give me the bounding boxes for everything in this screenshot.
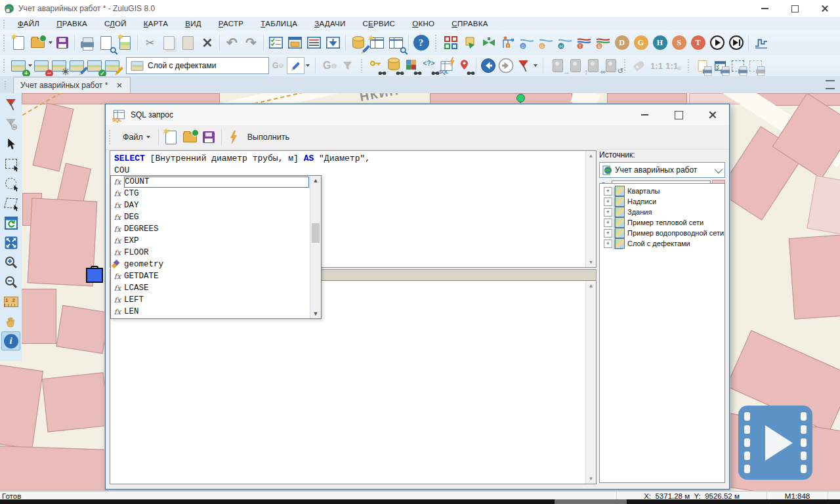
autocomplete-item[interactable]: fxCTG xyxy=(111,188,321,200)
expand-icon[interactable]: + xyxy=(604,229,612,238)
select-rectangle-tool[interactable] xyxy=(1,154,20,173)
print-map-button[interactable] xyxy=(694,57,711,74)
dialog-file-menu[interactable]: Файл xyxy=(117,130,156,144)
dialog-save-button[interactable] xyxy=(200,128,219,147)
autocomplete-item[interactable]: fxLEFT xyxy=(111,294,321,306)
select-ellipse-tool[interactable] xyxy=(1,174,20,193)
editor-scrollbar[interactable]: ▲▼ xyxy=(585,151,596,267)
menu-raster[interactable]: РАСТР xyxy=(210,18,252,29)
autocomplete-item[interactable]: fxLEN xyxy=(111,306,321,318)
source-combo[interactable]: Учет аварийных работ xyxy=(599,162,725,178)
tree-item[interactable]: +Пример водопроводной сети xyxy=(600,228,724,238)
find-by-key-button[interactable] xyxy=(367,57,385,74)
valve-tool-button[interactable] xyxy=(479,33,498,52)
flag-dropdown[interactable] xyxy=(534,64,537,67)
project-panel-button[interactable] xyxy=(285,33,304,52)
remove-flag-tool[interactable] xyxy=(1,115,20,134)
find-in-database-button[interactable] xyxy=(385,57,402,74)
results-scrollbar[interactable]: ▲▼ xyxy=(585,281,596,484)
task-list-button[interactable] xyxy=(266,33,285,52)
piezo-chart-t-button[interactable]: T xyxy=(574,33,593,52)
measure-ruler-tool[interactable]: 1 2 xyxy=(1,292,20,311)
autocomplete-item[interactable]: fxDEGREES xyxy=(111,223,321,235)
add-layer-button[interactable]: + xyxy=(9,57,27,74)
map-canvas[interactable]: НКИН xyxy=(0,93,840,491)
autocomplete-item[interactable]: fxLCASE xyxy=(111,282,321,294)
tree-item[interactable]: +Пример тепловой сети xyxy=(600,217,724,228)
autocomplete-item[interactable]: fxFLOOR xyxy=(111,247,321,259)
card-up-button[interactable]: ↑ xyxy=(566,57,584,74)
print-preview-button[interactable] xyxy=(96,33,116,52)
expand-icon[interactable]: + xyxy=(604,198,612,206)
print-tasks-button[interactable] xyxy=(711,57,729,74)
add-flag-tool[interactable] xyxy=(1,95,20,114)
object-info-tool[interactable]: i xyxy=(1,331,20,350)
card-unlink-button[interactable]: ↺ xyxy=(602,57,620,74)
model-blocks-button[interactable] xyxy=(441,33,460,52)
find-address-button[interactable] xyxy=(455,57,473,74)
dialog-minimize-button[interactable] xyxy=(635,107,654,123)
dialog-close-button[interactable] xyxy=(703,107,723,123)
expand-icon[interactable]: + xyxy=(604,187,612,196)
dialog-maximize-button[interactable] xyxy=(669,107,688,123)
undo-button[interactable]: ↶ xyxy=(222,33,242,52)
zoom-out-tool[interactable] xyxy=(1,272,20,291)
mode-h-button[interactable]: H xyxy=(650,33,669,52)
menu-layer[interactable]: СЛОЙ xyxy=(96,18,135,29)
autocomplete-scrollbar[interactable]: ▲▼ xyxy=(310,176,321,318)
print-fit-button[interactable] xyxy=(747,57,765,74)
tag-labels-button[interactable] xyxy=(630,57,648,74)
network-editor-button[interactable] xyxy=(498,33,517,52)
mode-t-button[interactable]: T xyxy=(688,33,707,52)
run-button-label[interactable]: Выполнить xyxy=(247,133,289,142)
end-calculation-button[interactable] xyxy=(726,33,746,52)
card-export-button[interactable]: → xyxy=(549,57,566,74)
tree-item[interactable]: +Кварталы xyxy=(600,186,724,196)
menu-help[interactable]: СПРАВКА xyxy=(443,18,496,29)
autocomplete-item-selected[interactable]: fxCOUNT xyxy=(111,176,310,188)
sql-query-button[interactable]: SQL xyxy=(438,57,455,74)
pan-hand-tool[interactable] xyxy=(1,312,20,331)
new-document-button[interactable]: ✶ xyxy=(9,33,28,52)
paste-button[interactable] xyxy=(178,33,198,52)
autocomplete-item[interactable]: fxDEG xyxy=(111,211,321,223)
menu-file[interactable]: ФАЙЛ xyxy=(9,18,48,29)
help-button[interactable]: ? xyxy=(411,33,430,52)
expand-icon[interactable]: + xyxy=(604,219,612,227)
chart-view-button[interactable] xyxy=(751,33,770,52)
zoom-in-tool[interactable] xyxy=(1,253,20,272)
piezo-chart-s-button[interactable]: S xyxy=(593,33,612,52)
print-area-button[interactable] xyxy=(729,57,747,74)
autocomplete-item[interactable]: fxDAY xyxy=(111,200,321,211)
start-calculation-button[interactable] xyxy=(707,33,726,52)
autocomplete-item[interactable]: geometry xyxy=(111,259,321,270)
piezo-chart-d-button[interactable]: D xyxy=(517,33,536,52)
scrollbar-thumb[interactable] xyxy=(312,223,320,243)
menu-view[interactable]: ВИД xyxy=(177,18,210,29)
copy-button[interactable] xyxy=(159,33,178,52)
minimize-button[interactable] xyxy=(749,0,780,17)
card-link-button[interactable]: ∞ xyxy=(584,57,602,74)
mode-g-button[interactable]: G xyxy=(631,33,650,52)
redo-button[interactable]: ↷ xyxy=(242,33,261,52)
add-flag-button[interactable] xyxy=(514,57,532,74)
navigate-back-button[interactable] xyxy=(479,57,497,74)
mode-d-button[interactable]: D xyxy=(612,33,631,52)
delete-button[interactable] xyxy=(198,33,217,52)
new-report-button[interactable]: ✶ xyxy=(116,33,135,52)
close-button[interactable] xyxy=(810,0,840,17)
autocomplete-item[interactable]: fxEXP xyxy=(111,235,321,247)
remove-layer-button[interactable]: – xyxy=(32,57,50,74)
print-button[interactable] xyxy=(77,33,96,52)
expand-icon[interactable]: + xyxy=(604,208,612,217)
video-play-overlay[interactable] xyxy=(738,406,812,480)
tree-item[interactable]: +Надписи xyxy=(600,196,724,207)
legend-list-button[interactable] xyxy=(304,33,324,52)
dialog-open-button[interactable] xyxy=(180,128,200,147)
draw-pencil-button[interactable] xyxy=(287,57,304,74)
menu-tasks[interactable]: ЗАДАЧИ xyxy=(306,18,354,29)
tab-overflow-icon[interactable] xyxy=(826,80,835,89)
map-object-marker[interactable] xyxy=(86,268,103,283)
remove-group-button[interactable]: G⊖ xyxy=(321,57,339,74)
menu-window[interactable]: ОКНО xyxy=(404,18,443,29)
